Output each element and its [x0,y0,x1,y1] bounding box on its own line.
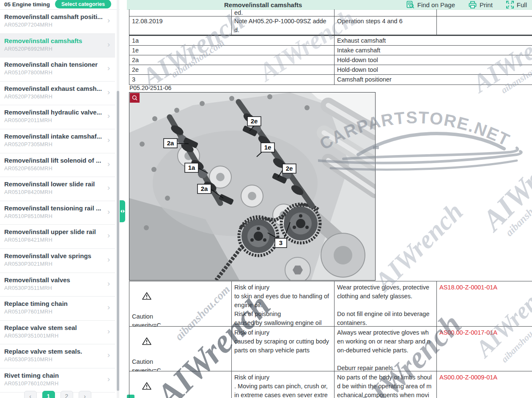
engine-figure: 2a 1a 2a 2e 1e 2e 3 [129,92,376,281]
chevron-right-icon: › [107,350,110,360]
chevron-right-icon: › [107,207,110,216]
fullscreen-button[interactable]: Full [506,1,527,8]
severity-cell: Warning severity=W [129,371,232,398]
sidebar-item-valve-stem-seal[interactable]: Replace valve stem seal AR0530P351001MRH… [0,321,115,345]
table-row: 2e Hold-down tool [129,65,532,75]
safety-document-link[interactable]: AS18.00-Z-0001-01A [437,281,532,326]
sidebar-item-valve-stem-seals[interactable]: Replace valve stem seals. AR0530P3510MRH… [0,344,115,368]
procedure-code: AR0510P7800MRH [4,70,102,76]
callout-3: 3 [279,239,282,246]
procedure-title: Remove/install chain tensioner [4,61,102,68]
sidebar-item-intake-camshaft[interactable]: Remove/install intake camshaf... AR0520P… [0,129,115,153]
select-categories-button[interactable]: Select categories [55,0,111,8]
procedure-code: AR0520P7204MRH [4,22,102,28]
table-row-clipped: ed. [129,9,532,16]
sidebar-item-exhaust-camshaft[interactable]: Remove/install exhaust camsh... AR0520P7… [0,82,115,106]
sidebar-item-chain-tensioner[interactable]: Remove/install chain tensioner AR0510P78… [0,57,115,82]
sidebar-pagination: ‹ 1 2 › [0,391,115,398]
callout-legend-table: 1a Exhaust camshaft 1e Intake camshaft 2… [129,35,532,85]
legend-value-cell: Camshaft positioner [335,75,532,85]
procedure-code: AR0520P6560MRH [4,166,102,172]
chevron-right-icon: › [107,63,110,73]
sidebar-collapse-handle[interactable] [120,200,125,222]
find-on-page-icon [406,1,414,9]
legend-value-cell: Hold-down tool [335,55,532,65]
table-row: 3 Camshaft positioner [129,75,532,85]
procedure-code: AR0520P7306MRH [4,94,102,100]
table-row: Caution severity=C Risk of injury to ski… [129,281,532,327]
sidebar-item-camshaft-positioner[interactable]: Remove/install camshaft positi... AR0520… [0,10,115,34]
page-1-button[interactable]: 1 [42,391,55,398]
procedure-title: Remove/install camshaft positi... [4,13,102,20]
fullscreen-icon [506,1,514,8]
measure-cell: No parts of the body or limbs shoul d be… [335,371,437,398]
table-row: Caution severity=C Risk of injury caused… [129,327,532,371]
procedure-code: AR0500P2011MRH [4,117,102,123]
sidebar-item-lower-slide-rail[interactable]: Remove/install lower slide rail AR0510P8… [0,177,115,201]
page-2-button[interactable]: 2 [60,391,73,398]
find-on-page-button[interactable]: Find on Page [406,1,455,9]
procedure-title: Remove/install valve springs [4,252,102,259]
procedure-code: AR0530P351001MRH [4,333,102,339]
chevron-right-icon: › [107,16,110,25]
warning-triangle-icon [142,337,151,345]
procedure-title: Rivet timing chain [4,372,102,379]
legend-key-cell: 1e [129,46,335,55]
warning-triangle-icon [142,292,151,300]
procedure-title: Remove/install hydraulic valve... [4,109,102,116]
sidebar-item-valves[interactable]: Remove/install valves AR0530P3511MRH › [0,273,115,297]
procedure-title: Remove/install intake camshaf... [4,133,102,140]
procedure-title: Replace valve stem seals. [4,348,102,355]
sidebar-item-hydraulic-valve[interactable]: Remove/install hydraulic valve... AR0500… [0,105,115,129]
chevron-right-icon: › [107,135,110,144]
revision-note-cell: Note AH05.20-P-1000-09SZ adde d. [232,16,335,35]
severity-text: Caution severity=C [132,312,229,326]
legend-value-cell: Exhaust camshaft [335,36,532,45]
print-button[interactable]: Print [469,1,493,8]
legend-key-cell: 2e [129,65,335,74]
procedure-code: AR0530P3511MRH [4,285,102,291]
chevron-right-icon: › [107,231,110,240]
procedure-title: Remove/install tensioning rail ... [4,204,102,212]
procedure-title: Replace valve stem seal [4,324,102,331]
document-header: Remove/install camshafts Find on Page Pr… [127,0,532,10]
severity-text: Caution severity=C [132,357,229,371]
procedure-title: Remove/install valves [4,276,102,284]
zoom-figure-button[interactable] [130,93,140,103]
watermark-site: aibanshou.com [503,183,532,238]
safety-document-link[interactable]: AS00.00-Z-0009-01A [437,371,532,398]
sidebar-item-rivet-timing-chain[interactable]: Rivet timing chain AR0510P760102MRH › [0,368,115,393]
legend-key-cell: 2a [129,55,335,65]
fullscreen-label: Full [517,1,527,8]
sidebar-item-camshafts[interactable]: Remove/install camshafts AR0520P6992MRH … [0,34,115,58]
page-title: Remove/install camshafts [224,1,302,8]
sidebar-item-tensioning-rail[interactable]: Remove/install tensioning rail ... AR051… [0,201,115,225]
procedure-code: AR0510P8421MRH [4,237,102,243]
procedure-code: AR0530P3021MRH [4,261,102,267]
next-page-button[interactable]: › [79,391,91,398]
measure-cell: Always wear protective gloves wh en work… [335,327,437,371]
table-row: 1a Exhaust camshaft [129,36,532,46]
scrollbar-thumb[interactable] [117,91,119,391]
chevron-right-icon: › [107,40,110,49]
procedure-title: Remove/install lower slide rail [4,180,102,188]
callout-2a: 2a [167,139,174,147]
sidebar-item-upper-slide-rail[interactable]: Remove/install upper slide rail AR0510P8… [0,225,115,249]
measure-cell: Wear protective gloves, protective cloth… [335,281,437,326]
prev-page-button[interactable]: ‹ [24,391,37,398]
revision-date-cell: 12.08.2019 [129,16,232,35]
legend-key-cell: 3 [129,75,335,85]
sidebar-item-replace-timing-chain[interactable]: Replace timing chain AR0510P7601MRH › [0,297,115,321]
chevron-right-icon: › [107,159,110,169]
sidebar-scrollbar[interactable] [117,0,119,398]
procedure-title: Remove/install camshafts [4,37,102,44]
magnifier-icon [132,95,138,101]
procedure-title: Replace timing chain [4,300,102,307]
sidebar-item-lift-solenoid[interactable]: Remove/install lift solenoid of ... AR05… [0,153,115,177]
engine-diagram: 2a 1a 2a 2e 1e 2e 3 [129,93,375,280]
risk-cell: Risk of injury to skin and eyes due to h… [232,281,335,326]
sidebar-item-valve-springs[interactable]: Remove/install valve springs AR0530P3021… [0,249,115,273]
print-label: Print [480,1,493,8]
safety-document-link[interactable]: AS00.00-Z-0017-01A [437,327,532,371]
procedure-code: AR0510P760102MRH [4,381,102,387]
